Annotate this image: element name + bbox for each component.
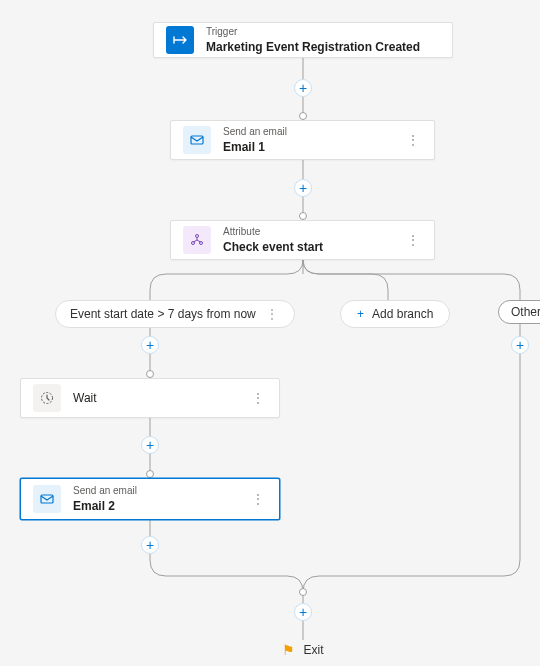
attribute-title: Check event start [223,240,392,254]
attribute-node[interactable]: Attribute Check event start ⋮ [170,220,435,260]
wait-node[interactable]: Wait ⋮ [20,378,280,418]
add-step-button[interactable]: + [511,336,529,354]
email1-more-button[interactable]: ⋮ [404,132,422,148]
email1-node[interactable]: Send an email Email 1 ⋮ [170,120,435,160]
wait-more-button[interactable]: ⋮ [249,390,267,406]
flag-icon: ⚑ [282,642,295,658]
exit-marker: ⚑ Exit [282,642,323,658]
condition-text: Event start date > 7 days from now [70,307,256,321]
connector-dot [299,212,307,220]
attribute-label: Attribute [223,226,392,238]
wait-icon [33,384,61,412]
connector-dot [299,112,307,120]
add-step-button[interactable]: + [294,179,312,197]
email1-label: Send an email [223,126,392,138]
condition-more-button[interactable]: ⋮ [264,307,280,321]
add-step-button[interactable]: + [141,336,159,354]
condition-pill[interactable]: Event start date > 7 days from now ⋮ [55,300,295,328]
email-icon [33,485,61,513]
trigger-icon [166,26,194,54]
svg-point-11 [196,235,199,238]
svg-rect-15 [41,495,53,503]
email2-node[interactable]: Send an email Email 2 ⋮ [20,478,280,520]
connector-dot [146,470,154,478]
exit-text: Exit [303,643,323,657]
add-branch-text: Add branch [372,307,433,321]
trigger-title: Marketing Event Registration Created [206,40,440,54]
connector-dot [146,370,154,378]
wait-title: Wait [73,391,237,405]
attribute-icon [183,226,211,254]
add-step-button[interactable]: + [294,603,312,621]
email-icon [183,126,211,154]
connector-lines [0,0,540,666]
email2-title: Email 2 [73,499,237,513]
email2-more-button[interactable]: ⋮ [249,491,267,507]
trigger-node[interactable]: Trigger Marketing Event Registration Cre… [153,22,453,58]
add-branch-button[interactable]: + Add branch [340,300,450,328]
email1-title: Email 1 [223,140,392,154]
other-branch-pill[interactable]: Other [498,300,540,324]
add-step-button[interactable]: + [294,79,312,97]
add-step-button[interactable]: + [141,436,159,454]
add-step-button[interactable]: + [141,536,159,554]
other-text: Other [511,305,540,319]
connector-dot [299,588,307,596]
plus-icon: + [357,307,364,321]
trigger-label: Trigger [206,26,440,38]
svg-rect-10 [191,136,203,144]
attribute-more-button[interactable]: ⋮ [404,232,422,248]
email2-label: Send an email [73,485,237,497]
